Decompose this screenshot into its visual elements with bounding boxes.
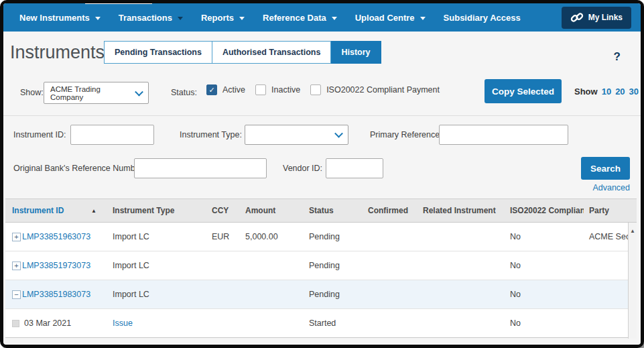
company-select[interactable]: ACME Trading Company bbox=[44, 82, 149, 104]
caret-down-icon bbox=[95, 17, 101, 20]
caret-down-icon bbox=[239, 17, 245, 20]
cell-amount: 5,000.00 bbox=[240, 232, 304, 241]
table-row: −LMP33851983073Import LCPendingNo bbox=[5, 280, 628, 309]
active-menu-indicator bbox=[85, 3, 152, 4]
collapse-minus-icon[interactable]: − bbox=[12, 290, 21, 299]
top-navigation: New InstrumentsTransactionsReportsRefere… bbox=[3, 3, 641, 32]
checkbox-label: Active bbox=[222, 85, 245, 95]
tab-history[interactable]: History bbox=[331, 41, 381, 64]
column-header-status[interactable]: Status bbox=[304, 206, 363, 215]
cell-ccy: EUR bbox=[206, 232, 240, 241]
cell-instrument-type: Import LC bbox=[107, 261, 206, 270]
checked-checkbox-icon[interactable]: ✓ bbox=[206, 84, 217, 95]
column-header-instrument-type[interactable]: Instrument Type bbox=[107, 206, 206, 215]
caret-down-icon bbox=[332, 17, 337, 20]
instrument-type-select[interactable] bbox=[245, 125, 348, 145]
chevron-down-icon bbox=[135, 87, 143, 96]
column-header-confirmed[interactable]: Confirmed bbox=[363, 206, 417, 215]
help-icon[interactable]: ? bbox=[614, 50, 621, 64]
table-row: 03 Mar 2021IssueStartedNo bbox=[5, 309, 628, 338]
checkbox-label: Inactive bbox=[271, 85, 300, 95]
cell-instrument-type: Import LC bbox=[107, 290, 206, 299]
column-header-label: Related Instrument bbox=[423, 206, 496, 215]
row-checkbox[interactable] bbox=[12, 320, 19, 327]
column-header-amount[interactable]: Amount bbox=[240, 206, 304, 215]
column-header-instrument-id[interactable]: Instrument ID▲ bbox=[5, 206, 107, 215]
search-button[interactable]: Search bbox=[581, 157, 630, 180]
instrument-id-label: Instrument ID: bbox=[13, 130, 66, 139]
page-size-30[interactable]: 30 bbox=[629, 86, 639, 97]
nav-item-subsidiary-access[interactable]: Subsidiary Access bbox=[444, 13, 521, 23]
column-header-label: Instrument Type bbox=[113, 206, 174, 215]
cell-iso20022-compliant: No bbox=[505, 232, 584, 241]
nav-item-reference-data[interactable]: Reference Data bbox=[263, 13, 337, 23]
column-header-label: Confirmed bbox=[368, 206, 408, 215]
nav-item-label: Transactions bbox=[119, 13, 172, 23]
page-size-10[interactable]: 10 bbox=[602, 86, 611, 97]
page-size-selector: Show 102030 bbox=[574, 86, 639, 97]
page-size-label: Show bbox=[574, 86, 598, 97]
tab-pending-transactions[interactable]: Pending Transactions bbox=[104, 41, 212, 64]
column-header-iso20022-compliant[interactable]: ISO20022 Compliant bbox=[505, 206, 584, 215]
transaction-action-link[interactable]: Issue bbox=[113, 318, 133, 328]
caret-down-icon bbox=[420, 17, 426, 20]
checkbox-label: ISO20022 Compliant Payment bbox=[326, 85, 440, 95]
nav-item-label: Reference Data bbox=[263, 13, 326, 23]
status-label: Status: bbox=[171, 88, 197, 97]
expand-plus-icon[interactable]: + bbox=[12, 262, 21, 270]
instrument-id-input[interactable] bbox=[70, 125, 154, 145]
section-divider bbox=[3, 115, 641, 116]
table-header-row: Instrument ID▲Instrument TypeCCYAmountSt… bbox=[5, 198, 637, 223]
original-bank-ref-input[interactable] bbox=[134, 158, 267, 178]
chevron-down-icon bbox=[334, 129, 343, 138]
table-row: +LMP33851963073Import LCEUR5,000.00Pendi… bbox=[5, 223, 628, 251]
nav-item-transactions[interactable]: Transactions bbox=[119, 13, 183, 23]
nav-item-label: Subsidiary Access bbox=[444, 13, 521, 23]
instrument-id-link[interactable]: LMP33851983073 bbox=[22, 290, 90, 299]
tab-bar: Pending TransactionsAuthorised Transacti… bbox=[104, 41, 381, 64]
unchecked-checkbox-icon[interactable] bbox=[255, 84, 266, 95]
chain-link-icon bbox=[570, 12, 584, 23]
my-links-button[interactable]: My Links bbox=[562, 7, 631, 29]
tab-authorised-transactions[interactable]: Authorised Transactions bbox=[212, 41, 332, 64]
column-header-party[interactable]: Party bbox=[584, 206, 637, 215]
checkbox-active[interactable]: ✓Active bbox=[206, 84, 245, 95]
nav-item-reports[interactable]: Reports bbox=[201, 13, 245, 23]
scroll-up-icon: ▲ bbox=[629, 223, 637, 234]
table-row: +LMP33851973073Import LCPendingNo bbox=[5, 251, 628, 280]
cell-status: Started bbox=[304, 318, 363, 328]
page-size-20[interactable]: 20 bbox=[615, 86, 625, 97]
status-checkbox-group: ✓ActiveInactiveISO20022 Compliant Paymen… bbox=[206, 84, 440, 95]
instrument-id-link[interactable]: LMP33851963073 bbox=[22, 232, 90, 241]
my-links-label: My Links bbox=[588, 13, 623, 22]
advanced-link[interactable]: Advanced bbox=[592, 183, 630, 192]
cell-instrument-id: +LMP33851963073 bbox=[5, 232, 107, 241]
app-content: New InstrumentsTransactionsReportsRefere… bbox=[3, 3, 641, 345]
checkbox-inactive[interactable]: Inactive bbox=[255, 84, 300, 95]
cell-iso20022-compliant: No bbox=[505, 318, 584, 328]
transaction-date: 03 Mar 2021 bbox=[24, 318, 71, 328]
caret-down-icon bbox=[178, 17, 183, 20]
copy-selected-button[interactable]: Copy Selected bbox=[485, 79, 562, 103]
column-header-related-instrument[interactable]: Related Instrument bbox=[417, 206, 505, 215]
checkbox-iso20022-compliant-payment[interactable]: ISO20022 Compliant Payment bbox=[310, 84, 440, 95]
unchecked-checkbox-icon[interactable] bbox=[310, 84, 321, 95]
column-header-label: Amount bbox=[245, 206, 275, 215]
nav-menu: New InstrumentsTransactionsReportsRefere… bbox=[19, 13, 521, 23]
nav-item-label: New Instruments bbox=[19, 13, 90, 23]
column-header-label: Instrument ID bbox=[12, 206, 64, 215]
primary-reference-input[interactable] bbox=[439, 125, 568, 145]
nav-item-upload-centre[interactable]: Upload Centre bbox=[355, 13, 426, 23]
original-bank-ref-label: Original Bank's Reference Number: bbox=[13, 164, 145, 173]
instrument-id-link[interactable]: LMP33851973073 bbox=[22, 261, 90, 270]
column-header-ccy[interactable]: CCY bbox=[206, 206, 240, 215]
cell-party: ACME Seco bbox=[584, 232, 628, 241]
cell-instrument-id: −LMP33851983073 bbox=[5, 290, 107, 299]
expand-plus-icon[interactable]: + bbox=[12, 233, 21, 241]
instrument-type-label: Instrument Type: bbox=[180, 130, 242, 139]
nav-item-label: Upload Centre bbox=[355, 13, 415, 23]
nav-item-new-instruments[interactable]: New Instruments bbox=[19, 13, 101, 23]
page-title: Instruments: bbox=[10, 42, 110, 63]
table-scrollbar[interactable]: ▲ bbox=[628, 223, 637, 339]
vendor-id-input[interactable] bbox=[326, 158, 383, 178]
